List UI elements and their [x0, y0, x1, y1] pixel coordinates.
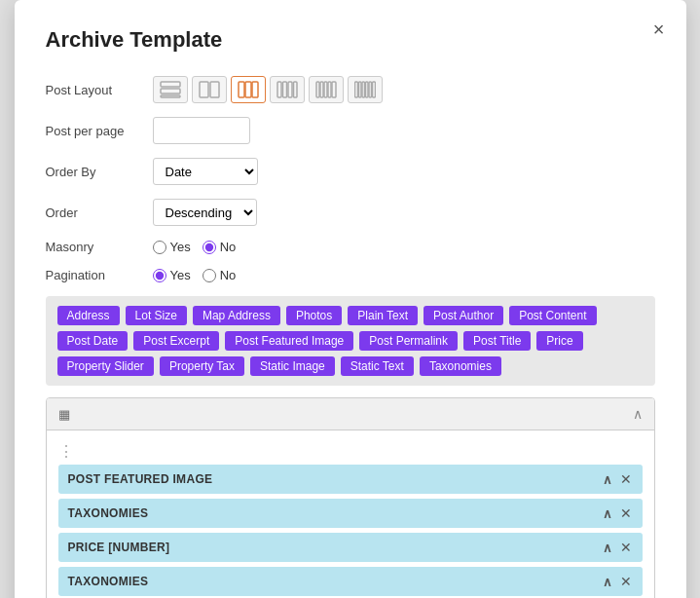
- masonry-no-label[interactable]: No: [203, 240, 237, 254]
- layout-list-button[interactable]: [153, 76, 188, 103]
- field-remove-button[interactable]: ✕: [620, 540, 632, 555]
- tag-plain-text[interactable]: Plain Text: [348, 306, 418, 325]
- pagination-yes-text: Yes: [170, 268, 191, 282]
- svg-rect-22: [372, 82, 375, 97]
- svg-rect-14: [324, 82, 327, 97]
- svg-rect-5: [239, 82, 244, 97]
- svg-rect-16: [332, 82, 336, 97]
- masonry-radio-group: Yes No: [153, 240, 237, 254]
- column-collapse-button[interactable]: ∧: [633, 406, 643, 422]
- tag-post-title[interactable]: Post Title: [463, 331, 531, 351]
- field-actions: ∧ ✕: [603, 540, 633, 555]
- order-by-row: Order By Date Title Menu Order Random: [46, 158, 655, 185]
- tag-post-content[interactable]: Post Content: [509, 306, 596, 325]
- tag-taxonomies[interactable]: Taxonomies: [420, 356, 501, 376]
- field-expand-icon[interactable]: ∧: [603, 575, 612, 589]
- field-expand-icon[interactable]: ∧: [603, 541, 612, 555]
- tag-lot-size[interactable]: Lot Size: [126, 306, 187, 325]
- masonry-yes-radio[interactable]: [153, 241, 166, 254]
- tag-property-slider[interactable]: Property Slider: [57, 356, 154, 376]
- column-section: ▦ ∧ ⋮ POST FEATURED IMAGE ∧ ✕ TAXONOMIES…: [46, 397, 655, 598]
- svg-rect-11: [293, 82, 297, 97]
- order-select[interactable]: Descending Ascending: [153, 199, 257, 226]
- tag-post-author[interactable]: Post Author: [424, 306, 503, 325]
- post-per-page-input[interactable]: [153, 117, 250, 144]
- archive-template-modal: Archive Template × Post Layout: [15, 0, 686, 598]
- field-row: POST FEATURED IMAGE ∧ ✕: [58, 465, 643, 494]
- masonry-yes-label[interactable]: Yes: [153, 240, 191, 254]
- svg-rect-9: [282, 82, 286, 97]
- svg-rect-13: [320, 82, 323, 97]
- layout-options: [153, 76, 383, 103]
- pagination-row: Pagination Yes No: [46, 268, 655, 282]
- tag-photos[interactable]: Photos: [286, 306, 342, 325]
- svg-rect-17: [354, 82, 357, 97]
- tag-map-address[interactable]: Map Address: [193, 306, 280, 325]
- tag-post-featured-image[interactable]: Post Featured Image: [225, 331, 353, 351]
- tags-container: AddressLot SizeMap AddressPhotosPlain Te…: [46, 296, 655, 386]
- order-by-select[interactable]: Date Title Menu Order Random: [153, 158, 258, 185]
- close-button[interactable]: ×: [653, 19, 665, 39]
- field-remove-button[interactable]: ✕: [620, 574, 632, 589]
- tag-price[interactable]: Price: [536, 331, 582, 351]
- pagination-label: Pagination: [46, 268, 153, 282]
- layout-2col-button[interactable]: [192, 76, 227, 103]
- field-row: TAXONOMIES ∧ ✕: [58, 499, 643, 528]
- field-remove-button[interactable]: ✕: [620, 471, 632, 487]
- field-row: PRICE [NUMBER] ∧ ✕: [58, 533, 643, 562]
- tag-address[interactable]: Address: [57, 306, 120, 325]
- post-per-page-row: Post per page: [46, 117, 655, 144]
- order-row: Order Descending Ascending: [46, 199, 655, 226]
- layout-3col-button[interactable]: [231, 76, 266, 103]
- tag-static-image[interactable]: Static Image: [250, 356, 335, 376]
- tag-post-excerpt[interactable]: Post Excerpt: [133, 331, 219, 351]
- layout-5col-button[interactable]: [309, 76, 344, 103]
- column-body: ⋮ POST FEATURED IMAGE ∧ ✕ TAXONOMIES ∧ ✕…: [47, 430, 654, 598]
- field-name: PRICE [NUMBER]: [68, 541, 170, 554]
- field-actions: ∧ ✕: [603, 574, 633, 589]
- pagination-no-radio[interactable]: [203, 269, 216, 282]
- field-expand-icon[interactable]: ∧: [603, 506, 612, 521]
- pagination-yes-label[interactable]: Yes: [153, 268, 191, 282]
- masonry-yes-text: Yes: [170, 240, 191, 254]
- layout-6col-button[interactable]: [348, 76, 383, 103]
- masonry-no-radio[interactable]: [203, 241, 216, 254]
- svg-rect-19: [362, 82, 365, 97]
- post-layout-label: Post Layout: [46, 83, 153, 97]
- column-icon: ▦: [58, 407, 70, 422]
- pagination-no-text: No: [220, 268, 237, 282]
- masonry-row: Masonry Yes No: [46, 240, 655, 254]
- masonry-no-text: No: [220, 240, 237, 254]
- post-per-page-label: Post per page: [46, 124, 153, 138]
- tag-post-date[interactable]: Post Date: [57, 331, 129, 351]
- tag-static-text[interactable]: Static Text: [341, 356, 414, 376]
- field-remove-button[interactable]: ✕: [620, 505, 632, 521]
- pagination-yes-radio[interactable]: [153, 269, 166, 282]
- layout-4col-button[interactable]: [270, 76, 305, 103]
- tag-post-permalink[interactable]: Post Permalink: [359, 331, 458, 351]
- column-header: ▦ ∧: [47, 398, 654, 430]
- field-row: TAXONOMIES ∧ ✕: [58, 567, 643, 596]
- field-expand-icon[interactable]: ∧: [603, 472, 612, 487]
- svg-rect-21: [369, 82, 372, 97]
- svg-rect-0: [161, 82, 180, 87]
- svg-rect-2: [161, 95, 180, 97]
- order-by-label: Order By: [46, 165, 153, 179]
- svg-rect-7: [252, 82, 258, 97]
- svg-rect-4: [210, 82, 219, 97]
- field-actions: ∧ ✕: [603, 471, 633, 487]
- svg-rect-3: [200, 82, 208, 97]
- tag-property-tax[interactable]: Property Tax: [160, 356, 244, 376]
- pagination-no-label[interactable]: No: [203, 268, 237, 282]
- pagination-radio-group: Yes No: [153, 268, 237, 282]
- order-label: Order: [46, 206, 153, 220]
- masonry-label: Masonry: [46, 240, 153, 254]
- modal-title: Archive Template: [46, 27, 655, 53]
- field-actions: ∧ ✕: [603, 505, 633, 521]
- field-name: TAXONOMIES: [68, 506, 149, 520]
- column-header-left: ▦: [58, 407, 70, 422]
- post-layout-row: Post Layout: [46, 76, 655, 103]
- svg-rect-10: [288, 82, 292, 97]
- drag-handle[interactable]: ⋮: [58, 438, 643, 465]
- svg-rect-8: [277, 82, 281, 97]
